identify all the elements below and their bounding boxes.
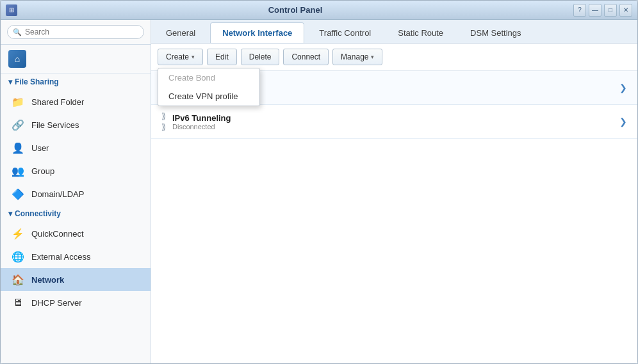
ipv6-name: IPv6 Tunneling (172, 113, 613, 123)
sidebar-item-external-access-label: External Access (31, 252, 91, 262)
minimize-button[interactable]: — (589, 4, 601, 17)
sidebar-item-file-services[interactable]: 🔗 File Services (1, 113, 151, 136)
external-access-icon: 🌐 (11, 249, 25, 264)
title-bar: ⊞ Control Panel ? — □ ✕ (1, 1, 637, 20)
create-button-label: Create (166, 52, 189, 61)
tab-static-route[interactable]: Static Route (386, 22, 455, 43)
connect-button[interactable]: Connect (283, 49, 329, 65)
user-icon: 👤 (11, 141, 25, 155)
manage-button-label: Manage (341, 52, 368, 61)
sidebar-item-shared-folder[interactable]: 📁 Shared Folder (1, 90, 151, 113)
sidebar-home[interactable]: ⌂ (1, 45, 151, 74)
ipv6-expand-button[interactable]: ❯ (619, 116, 627, 127)
tab-dsm-settings[interactable]: DSM Settings (458, 22, 533, 43)
sidebar-item-user-label: User (31, 143, 49, 153)
sidebar-item-external-access[interactable]: 🌐 External Access (1, 245, 151, 268)
home-icon: ⌂ (8, 50, 26, 68)
quickconnect-icon: ⚡ (11, 226, 25, 241)
tab-bar: General Network Interface Traffic Contro… (151, 20, 637, 44)
content-area: General Network Interface Traffic Contro… (151, 20, 637, 363)
window-title: Control Panel (17, 5, 573, 15)
ipv6-status: Disconnected (172, 123, 613, 131)
create-dropdown-menu: Create Bond Create VPN profile (158, 68, 260, 106)
network-item-ipv6[interactable]: ⟫ ⟫ IPv6 Tunneling Disconnected ❯ (151, 105, 637, 139)
create-dropdown-arrow: ▾ (192, 54, 195, 60)
pppoe-expand-button[interactable]: ❯ (619, 83, 627, 93)
edit-button-label: Edit (215, 52, 229, 61)
sidebar-item-network-label: Network (31, 275, 64, 285)
toolbar: Create ▾ Edit Delete Connect Manage ▾ (151, 44, 637, 71)
sidebar-item-quickconnect[interactable]: ⚡ QuickConnect (1, 222, 151, 245)
ipv6-arrows-icon: ⟫ ⟫ (161, 111, 166, 132)
main-window: ⊞ Control Panel ? — □ ✕ 🔍 ⌂ (0, 0, 638, 364)
delete-button-label: Delete (249, 52, 272, 61)
help-button[interactable]: ? (573, 4, 586, 17)
ipv6-info: IPv6 Tunneling Disconnected (172, 113, 613, 131)
title-bar-left: ⊞ (6, 4, 17, 16)
domain-ldap-icon: 🔷 (11, 187, 25, 201)
file-services-icon: 🔗 (11, 118, 25, 132)
sidebar-item-network[interactable]: 🏠 Network (1, 268, 151, 291)
sidebar-item-shared-folder-label: Shared Folder (31, 97, 84, 107)
tab-traffic-control[interactable]: Traffic Control (307, 22, 383, 43)
network-list: ⟫ ⟫ PPPoE Disconnected ❯ ⟫ ⟫ (151, 71, 637, 363)
search-icon: 🔍 (13, 28, 22, 36)
delete-button[interactable]: Delete (241, 49, 280, 65)
sidebar-item-dhcp-server-label: DHCP Server (31, 298, 82, 308)
chevron-down-icon: ▾ (8, 77, 12, 86)
sidebar-item-domain-ldap[interactable]: 🔷 Domain/LDAP (1, 182, 151, 205)
create-bond-item[interactable]: Create Bond (158, 68, 259, 87)
search-box[interactable]: 🔍 (7, 25, 144, 39)
sidebar-item-group[interactable]: 👥 Group (1, 159, 151, 182)
main-area: 🔍 ⌂ ▾ File Sharing 📁 Shared Folder 🔗 Fil… (1, 20, 637, 363)
network-icon: 🏠 (11, 273, 25, 287)
sidebar-item-user[interactable]: 👤 User (1, 136, 151, 159)
connect-button-label: Connect (291, 52, 320, 61)
sidebar-item-domain-ldap-label: Domain/LDAP (31, 189, 84, 199)
section-file-sharing[interactable]: ▾ File Sharing (1, 74, 151, 90)
manage-button[interactable]: Manage ▾ (332, 49, 382, 65)
sidebar-item-dhcp-server[interactable]: 🖥 DHCP Server (1, 291, 151, 314)
chevron-down-icon-connectivity: ▾ (8, 209, 12, 218)
dhcp-server-icon: 🖥 (11, 296, 25, 310)
search-area: 🔍 (1, 20, 151, 45)
app-icon: ⊞ (6, 4, 17, 16)
create-button[interactable]: Create ▾ (158, 49, 203, 65)
search-input[interactable] (25, 28, 138, 36)
maximize-button[interactable]: □ (604, 4, 617, 17)
section-file-sharing-label: File Sharing (15, 77, 59, 86)
sidebar-item-file-services-label: File Services (31, 120, 79, 130)
shared-folder-icon: 📁 (11, 95, 25, 109)
create-vpn-item[interactable]: Create VPN profile (158, 87, 259, 106)
section-connectivity[interactable]: ▾ Connectivity (1, 205, 151, 222)
tab-network-interface[interactable]: Network Interface (210, 22, 304, 43)
manage-dropdown-arrow: ▾ (371, 54, 374, 60)
close-button[interactable]: ✕ (619, 4, 632, 17)
sidebar-item-group-label: Group (31, 166, 54, 176)
section-connectivity-label: Connectivity (15, 209, 61, 218)
sidebar: 🔍 ⌂ ▾ File Sharing 📁 Shared Folder 🔗 Fil… (1, 20, 151, 363)
title-bar-controls: ? — □ ✕ (573, 4, 632, 17)
edit-button[interactable]: Edit (207, 49, 237, 65)
group-icon: 👥 (11, 164, 25, 178)
tab-general[interactable]: General (154, 22, 208, 43)
sidebar-item-quickconnect-label: QuickConnect (31, 229, 84, 239)
